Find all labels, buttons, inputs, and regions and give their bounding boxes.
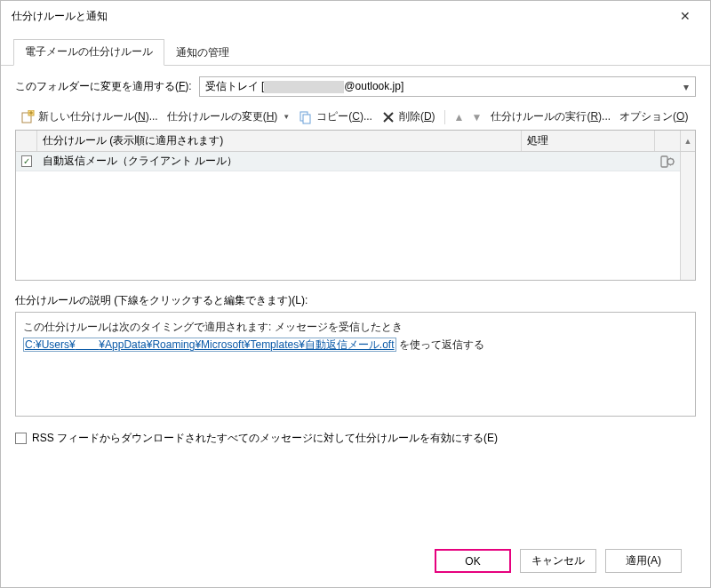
close-icon: ✕ — [680, 9, 691, 23]
rule-description-label: 仕分けルールの説明 (下線をクリックすると編集できます)(L): — [15, 293, 696, 308]
dialog-buttons: OK キャンセル 適用(A) — [15, 536, 696, 587]
apply-button[interactable]: 適用(A) — [605, 549, 682, 573]
apply-folder-label: このフォルダーに変更を適用する(F): — [15, 79, 192, 94]
svg-rect-3 — [303, 115, 310, 123]
client-rule-icon — [655, 155, 680, 168]
options-button[interactable]: オプション(O) — [619, 109, 688, 124]
apply-button-label: 適用(A) — [626, 553, 661, 568]
ok-button[interactable]: OK — [435, 549, 511, 573]
new-rule-icon — [20, 110, 35, 124]
tab-email-rules-label: 電子メールの仕分けルール — [25, 45, 153, 58]
rules-table-body: ✓ 自動返信メール（クライアント ルール） — [16, 152, 680, 280]
new-rule-label: 新しい仕分けルール(N)... — [38, 109, 158, 124]
redacted-account — [264, 81, 344, 93]
chevron-down-icon: ▾ — [677, 77, 695, 96]
copy-rule-label: コピー(C)... — [316, 109, 372, 124]
options-label: オプション(O) — [619, 109, 688, 124]
run-rules-label: 仕分けルールの実行(R)... — [491, 109, 611, 124]
folder-value: 受信トレイ [@outlook.jp] — [205, 79, 404, 94]
desc-line-2: C:¥Users¥ ¥AppData¥Roaming¥Microsoft¥Tem… — [23, 336, 688, 354]
chevron-down-icon: ▼ — [283, 113, 290, 121]
change-rule-button[interactable]: 仕分けルールの変更(H) ▼ — [167, 109, 291, 124]
titlebar: 仕分けルールと通知 ✕ — [1, 1, 710, 31]
rule-name: 自動返信メール（クライアント ルール） — [37, 154, 522, 169]
rules-table: 仕分けルール (表示順に適用されます) 処理 ▲ ✓ 自動返信メール（クライアン… — [15, 130, 696, 281]
desc-line-1: この仕分けルールは次のタイミングで適用されます: メッセージを受信したとき — [23, 318, 688, 336]
copy-rule-button[interactable]: コピー(C)... — [299, 109, 372, 124]
col-checkbox[interactable] — [16, 131, 37, 151]
tab-manage-alerts-label: 通知の管理 — [176, 46, 229, 59]
template-path-link[interactable]: C:¥Users¥ ¥AppData¥Roaming¥Microsoft¥Tem… — [23, 338, 396, 352]
delete-rule-button[interactable]: 削除(D) — [381, 109, 435, 124]
change-rule-label: 仕分けルールの変更(H) — [167, 109, 278, 124]
vertical-scrollbar[interactable] — [680, 152, 695, 280]
rule-enabled-checkbox[interactable]: ✓ — [21, 155, 32, 167]
run-rules-button[interactable]: 仕分けルールの実行(R)... — [491, 109, 611, 124]
rules-and-alerts-dialog: 仕分けルールと通知 ✕ 電子メールの仕分けルール 通知の管理 このフォルダーに変… — [0, 0, 711, 588]
cancel-button[interactable]: キャンセル — [520, 549, 596, 573]
svg-rect-4 — [661, 156, 667, 167]
table-row[interactable]: ✓ 自動返信メール（クライアント ルール） — [16, 152, 680, 171]
apply-folder-select[interactable]: 受信トレイ [@outlook.jp] ▾ — [199, 76, 696, 97]
tabstrip: 電子メールの仕分けルール 通知の管理 — [1, 31, 710, 66]
tab-manage-alerts[interactable]: 通知の管理 — [164, 40, 241, 66]
toolbar-separator — [444, 110, 445, 124]
rss-apply-row: ✓ RSS フィードからダウンロードされたすべてのメッセージに対して仕分けルール… — [15, 431, 696, 446]
move-up-button[interactable]: ▲ — [454, 111, 465, 123]
ok-button-label: OK — [465, 555, 480, 568]
copy-icon — [299, 110, 313, 124]
delete-icon — [381, 110, 395, 124]
rules-table-header: 仕分けルール (表示順に適用されます) 処理 ▲ — [16, 131, 695, 152]
move-down-button[interactable]: ▼ — [472, 111, 483, 123]
scroll-up-button[interactable]: ▲ — [680, 131, 695, 151]
cancel-button-label: キャンセル — [531, 553, 585, 568]
delete-rule-label: 削除(D) — [399, 109, 435, 124]
tab-email-rules[interactable]: 電子メールの仕分けルール — [13, 39, 164, 66]
move-rule-arrows: ▲ ▼ — [454, 111, 483, 123]
col-icon — [655, 131, 680, 151]
apply-folder-row: このフォルダーに変更を適用する(F): 受信トレイ [@outlook.jp] … — [15, 76, 696, 97]
col-rule[interactable]: 仕分けルール (表示順に適用されます) — [37, 131, 522, 151]
new-rule-button[interactable]: 新しい仕分けルール(N)... — [20, 109, 158, 124]
rss-checkbox[interactable]: ✓ — [15, 433, 27, 444]
rule-description-box: この仕分けルールは次のタイミングで適用されます: メッセージを受信したとき C:… — [15, 312, 696, 417]
window-title: 仕分けルールと通知 — [12, 9, 666, 24]
rss-label[interactable]: RSS フィードからダウンロードされたすべてのメッセージに対して仕分けルールを有… — [32, 431, 498, 446]
close-button[interactable]: ✕ — [666, 3, 705, 29]
col-process[interactable]: 処理 — [522, 131, 655, 151]
rules-toolbar: 新しい仕分けルール(N)... 仕分けルールの変更(H) ▼ コピー(C)...… — [15, 106, 696, 130]
